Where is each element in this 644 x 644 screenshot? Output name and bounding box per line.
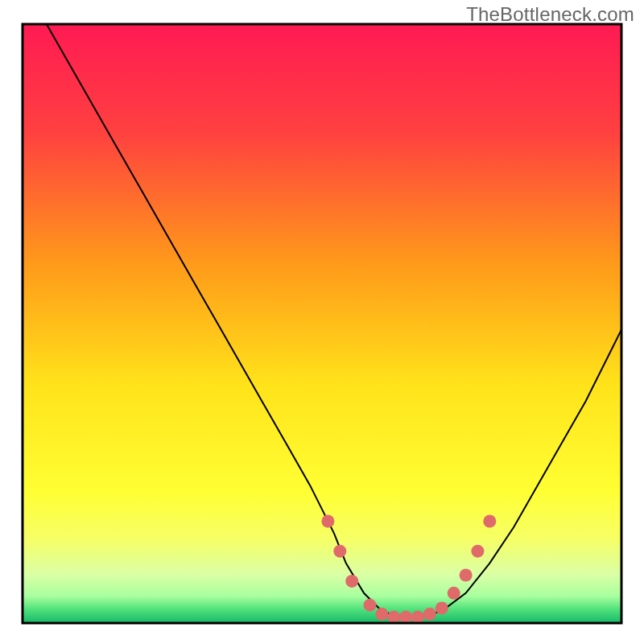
marker-point (333, 545, 346, 558)
marker-point (321, 515, 334, 528)
marker-point (483, 515, 496, 528)
marker-point (471, 545, 484, 558)
plot-background (23, 24, 621, 623)
marker-point (436, 601, 448, 614)
marker-point (375, 608, 388, 621)
marker-point (345, 575, 358, 588)
marker-point (423, 608, 436, 621)
marker-point (448, 587, 460, 600)
chart-stage: TheBottleneck.com (0, 0, 644, 644)
marker-point (364, 599, 377, 612)
marker-point (387, 611, 400, 624)
marker-point (399, 611, 412, 624)
marker-point (460, 569, 473, 582)
bottleneck-chart (0, 0, 644, 644)
marker-point (411, 611, 424, 624)
